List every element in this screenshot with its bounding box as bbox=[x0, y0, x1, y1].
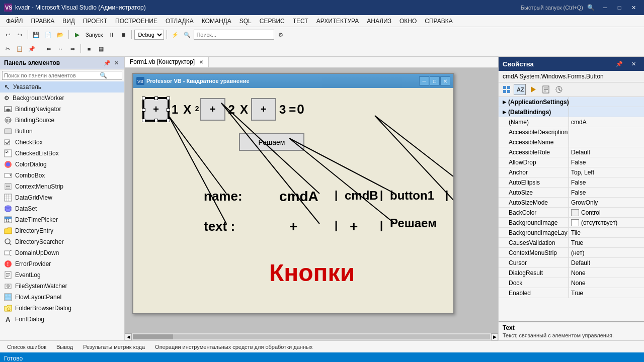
scroll-left-button[interactable]: ◀ bbox=[125, 333, 132, 340]
handle-tm[interactable] bbox=[154, 97, 158, 100]
props-row-anchor[interactable]: Anchor Top, Left bbox=[499, 167, 644, 177]
toolbox-search-input[interactable] bbox=[4, 72, 100, 78]
props-row-accessname[interactable]: AccessibleName bbox=[499, 137, 644, 147]
menu-build[interactable]: ПОСТРОЕНИЕ bbox=[111, 17, 162, 26]
designer-minimize-button[interactable]: ─ bbox=[419, 76, 429, 85]
toolbox-item-eventlog[interactable]: EventLog bbox=[0, 269, 124, 281]
props-proppage-button[interactable] bbox=[540, 84, 552, 95]
minimize-button[interactable]: ─ bbox=[599, 3, 612, 13]
toolbox-item-datetimepicker[interactable]: 31 DateTimePicker bbox=[0, 214, 124, 225]
menu-analyze[interactable]: АНАЛИЗ bbox=[363, 17, 395, 26]
menu-project[interactable]: ПРОЕКТ bbox=[79, 17, 111, 26]
props-row-contextmenustrip[interactable]: ContextMenuStrip (нет) bbox=[499, 248, 644, 258]
props-row-enabled[interactable]: Enabled True bbox=[499, 288, 644, 298]
tab-operations[interactable]: Операции инструментальных средств для об… bbox=[150, 343, 317, 351]
tab-metrics[interactable]: Результаты метрик кода bbox=[78, 343, 150, 351]
menu-view[interactable]: ВИД bbox=[58, 17, 79, 26]
menu-edit[interactable]: ПРАВКА bbox=[27, 17, 58, 26]
toolbox-item-checkedlistbox[interactable]: CheckedListBox bbox=[0, 148, 124, 159]
toolbox-item-contextmenustrip[interactable]: ContextMenuStrip bbox=[0, 181, 124, 192]
scrollbar-track[interactable] bbox=[133, 334, 490, 339]
toolbox-item-domainupdown[interactable]: DomainUpDown bbox=[0, 247, 124, 258]
open-button[interactable]: 📂 bbox=[55, 29, 66, 40]
handle-mr[interactable] bbox=[167, 108, 170, 112]
menu-window[interactable]: ОКНО bbox=[395, 17, 421, 26]
handle-bm[interactable] bbox=[154, 119, 158, 122]
menu-help[interactable]: СПРАВКА bbox=[421, 17, 457, 26]
toolbox-item-fontdialog[interactable]: A FontDialog bbox=[0, 314, 124, 325]
props-category-button[interactable] bbox=[501, 84, 513, 95]
new-file-button[interactable]: 📄 bbox=[43, 29, 54, 40]
search-toolbar[interactable] bbox=[194, 30, 274, 40]
toolbox-item-filesystemwatcher[interactable]: FileSystemWatcher bbox=[0, 281, 124, 292]
props-row-allowdrop[interactable]: AllowDrop False bbox=[499, 157, 644, 167]
align-right-button[interactable]: ➡ bbox=[67, 43, 78, 54]
toolbox-item-errorprovider[interactable]: ! ErrorProvider bbox=[0, 258, 124, 269]
handle-ml[interactable] bbox=[142, 108, 145, 112]
props-row-cursor[interactable]: Cursor Default bbox=[499, 258, 644, 268]
debug-mode-select[interactable]: Debug bbox=[134, 30, 164, 40]
align-left-button[interactable]: ⬅ bbox=[43, 43, 54, 54]
grid-button[interactable]: ▦ bbox=[96, 43, 107, 54]
zoom-button[interactable]: 🔍 bbox=[182, 29, 193, 40]
props-row-dock[interactable]: Dock None bbox=[499, 278, 644, 288]
toolbox-item-directorysearcher[interactable]: DirectorySearcher bbox=[0, 236, 124, 247]
handle-tr[interactable] bbox=[167, 97, 170, 100]
props-another-button[interactable] bbox=[553, 84, 565, 95]
props-row-causesvalidation[interactable]: CausesValidation True bbox=[499, 238, 644, 248]
props-row-dialogresult[interactable]: DialogResult None bbox=[499, 268, 644, 278]
cmda-button[interactable]: + bbox=[143, 98, 169, 121]
designer-restore-button[interactable]: □ bbox=[430, 76, 440, 85]
tab-output[interactable]: Вывод bbox=[51, 343, 78, 351]
props-events-button[interactable] bbox=[527, 84, 539, 95]
perf-button[interactable]: ⚡ bbox=[170, 29, 181, 40]
scrollbar-thumb[interactable] bbox=[133, 334, 173, 339]
props-alpha-button[interactable]: AZ bbox=[514, 84, 526, 95]
menu-tools[interactable]: СЕРВИС bbox=[256, 17, 289, 26]
props-pin-button[interactable]: 📌 bbox=[613, 59, 626, 69]
toolbox-pin-button[interactable]: 📌 bbox=[103, 59, 111, 67]
toolbox-item-folderbrowserdialog[interactable]: FolderBrowserDialog bbox=[0, 303, 124, 314]
props-row-backcolor[interactable]: BackColor Control bbox=[499, 208, 644, 218]
props-row-accessrole[interactable]: AccessibleRole Default bbox=[499, 147, 644, 157]
copy-button[interactable]: 📋 bbox=[14, 43, 25, 54]
props-row-bgimagelayout[interactable]: BackgroundImageLay Tile bbox=[499, 228, 644, 238]
toolbox-item-combobox[interactable]: ComboBox bbox=[0, 170, 124, 181]
props-row-name[interactable]: (Name) cmdA bbox=[499, 117, 644, 127]
toolbox-close-button[interactable]: ✕ bbox=[112, 59, 120, 67]
tab-form1-designer[interactable]: Form1.vb [Конструктор] ✕ bbox=[125, 57, 209, 67]
menu-file[interactable]: ФАЙЛ bbox=[2, 17, 27, 26]
undo-button[interactable]: ↩ bbox=[2, 29, 13, 40]
save-all-button[interactable]: 💾 bbox=[31, 29, 42, 40]
toolbox-item-bindingnav[interactable]: ◀▶ BindingNavigator bbox=[0, 104, 124, 115]
toolbox-item-bindingsource[interactable]: BS BindingSource bbox=[0, 115, 124, 126]
arrow-databindings[interactable]: ▶ bbox=[503, 110, 506, 115]
handle-br[interactable] bbox=[167, 119, 170, 122]
solve-button[interactable]: Решаем bbox=[239, 133, 304, 151]
arrow-appsettings[interactable]: ▶ bbox=[503, 100, 506, 105]
pause-button[interactable]: ⏸ bbox=[106, 29, 117, 40]
menu-team[interactable]: КОМАНДА bbox=[198, 17, 235, 26]
props-row-bgimage[interactable]: BackgroundImage (отсутствует) bbox=[499, 218, 644, 228]
toolbox-item-dataset[interactable]: DataSet bbox=[0, 203, 124, 214]
cut-button[interactable]: ✂ bbox=[2, 43, 13, 54]
restore-button[interactable]: □ bbox=[613, 3, 626, 13]
stop-button[interactable]: ⏹ bbox=[118, 29, 129, 40]
toolbox-item-datagridview[interactable]: DataGridView bbox=[0, 192, 124, 203]
props-row-databindings[interactable]: ▶ (DataBindings) bbox=[499, 107, 644, 117]
paste-button[interactable]: 📌 bbox=[26, 43, 37, 54]
toolbox-item-checkbox[interactable]: CheckBox bbox=[0, 137, 124, 148]
close-button[interactable]: ✕ bbox=[627, 3, 640, 13]
toolbox-item-backgroundworker[interactable]: ⚙ BackgroundWorker bbox=[0, 93, 124, 104]
cmdb-button[interactable]: + bbox=[200, 98, 225, 121]
cmdc-button[interactable]: + bbox=[251, 98, 276, 121]
toolbox-item-button[interactable]: Button bbox=[0, 126, 124, 137]
menu-arch[interactable]: АРХИТЕКТУРА bbox=[312, 17, 363, 26]
handle-bl[interactable] bbox=[142, 119, 145, 122]
align-center-button[interactable]: ↔ bbox=[55, 43, 66, 54]
designer-close-button[interactable]: ✕ bbox=[440, 76, 450, 85]
toolbox-item-directoryentry[interactable]: DirectoryEntry bbox=[0, 225, 124, 236]
horizontal-scrollbar[interactable]: ◀ ▶ bbox=[125, 333, 498, 340]
toolbox-search-box[interactable]: 🔍 bbox=[2, 71, 122, 80]
toolbox-item-colordialog[interactable]: ColorDialog bbox=[0, 159, 124, 170]
